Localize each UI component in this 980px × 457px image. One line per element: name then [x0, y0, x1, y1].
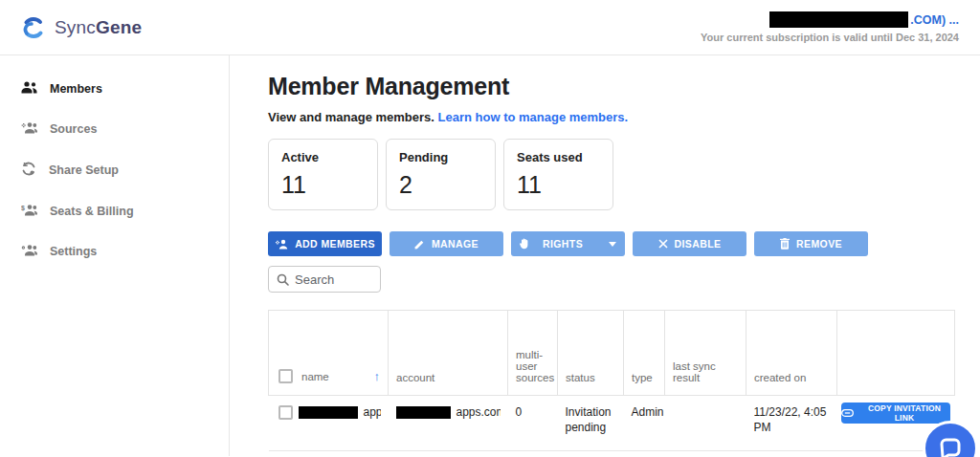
stat-value: 11 [281, 171, 365, 199]
x-icon [658, 239, 668, 249]
remove-button[interactable]: REMOVE [754, 231, 868, 256]
column-header-last-sync-result[interactable]: last sync result [665, 311, 746, 396]
created-on-value: 11/30/22, 3:10 PM [746, 451, 837, 457]
last-sync-value: Not synced [665, 451, 746, 457]
svg-text:$: $ [21, 205, 25, 212]
stat-card-active: Active 11 [268, 139, 378, 210]
stat-cards: Active 11 Pending 2 Seats used 11 [268, 139, 980, 210]
search-box [268, 266, 381, 293]
rights-dropdown-button[interactable]: RIGHTS [511, 231, 625, 256]
stat-value: 11 [517, 171, 600, 199]
stat-label: Active [281, 150, 365, 164]
table-header-row: name ↑ account multi-user sources status… [269, 311, 955, 396]
stat-label: Pending [399, 150, 482, 164]
row-checkbox[interactable] [278, 405, 293, 420]
brand-name: SyncGene [55, 17, 142, 38]
redacted-account [396, 406, 451, 419]
page-title: Member Management [268, 73, 980, 100]
disable-button[interactable]: DISABLE [633, 231, 746, 256]
last-sync-value [665, 396, 746, 451]
column-header-actions [837, 311, 955, 396]
settings-people-gear-icon [21, 244, 37, 259]
stat-value: 2 [399, 171, 482, 199]
select-all-checkbox[interactable] [278, 369, 293, 383]
created-on-value: 11/23/22, 4:05 PM [746, 396, 837, 451]
sidebar-item-label: Sources [50, 122, 97, 136]
account-email-suffix: .COM) ... [910, 13, 959, 27]
add-members-button[interactable]: ADD MEMBERS [268, 231, 382, 256]
table-row: apps.com apps.com 0 Invitation pending A… [269, 396, 955, 451]
sources-people-plus-icon [21, 121, 37, 137]
page-subtitle: View and manage members. [268, 110, 434, 124]
search-icon [277, 273, 289, 286]
syncgene-logo[interactable]: SyncGene [19, 13, 142, 42]
trash-icon [780, 238, 790, 250]
subscription-note: Your current subscription is valid until… [701, 32, 959, 43]
multi-user-sources-value: 0 [508, 396, 558, 451]
members-table: name ↑ account multi-user sources status… [268, 310, 955, 457]
copy-invitation-link-button[interactable]: COPY INVITATION LINK [841, 403, 950, 424]
sidebar-item-label: Members [50, 82, 102, 96]
top-header: SyncGene .COM) ... Your current subscrip… [0, 0, 980, 55]
type-value: Admin [624, 396, 665, 451]
seats-billing-people-icon: $ [21, 204, 37, 219]
stat-label: Seats used [517, 150, 600, 164]
sidebar-item-sources[interactable]: Sources [0, 109, 229, 149]
search-input[interactable] [295, 272, 372, 287]
chat-bubble-icon [938, 436, 963, 457]
sidebar-item-label: Seats & Billing [50, 205, 134, 218]
learn-how-link[interactable]: Learn how to manage members. [438, 110, 629, 124]
sort-ascending-icon[interactable]: ↑ [374, 369, 381, 383]
link-icon [841, 409, 854, 417]
person-add-icon [275, 239, 288, 250]
column-header-created-on[interactable]: created on [746, 311, 837, 396]
status-value: Invitation pending [558, 396, 624, 451]
sidebar-item-members[interactable]: Members [0, 69, 229, 109]
pencil-icon [414, 239, 425, 250]
members-people-icon [21, 81, 37, 97]
column-header-name[interactable]: name ↑ [269, 311, 389, 396]
status-value: Active [558, 451, 624, 457]
multi-user-sources-value: 0 [508, 451, 558, 457]
column-header-type[interactable]: type [624, 311, 665, 396]
stat-card-seats-used: Seats used 11 [503, 139, 613, 210]
sidebar-item-seats-billing[interactable]: $ Seats & Billing [0, 191, 229, 231]
hand-icon [520, 238, 530, 250]
type-value: Admin [624, 451, 665, 457]
sidebar: Members Sources Share Setup [0, 55, 230, 456]
column-header-account[interactable]: account [389, 311, 508, 396]
redacted-name [299, 406, 358, 419]
manage-button[interactable]: MANAGE [390, 231, 503, 256]
member-name: apps.com [364, 405, 381, 421]
chevron-down-icon [609, 242, 616, 247]
sidebar-item-settings[interactable]: Settings [0, 231, 229, 272]
column-header-multi-user-sources[interactable]: multi-user sources [508, 311, 558, 396]
sidebar-item-label: Share Setup [49, 163, 119, 177]
syncgene-swirl-icon [19, 13, 48, 42]
share-sync-gear-icon [21, 162, 36, 179]
redacted-account-email [769, 11, 908, 28]
account-menu[interactable]: .COM) ... [701, 11, 959, 28]
stat-card-pending: Pending 2 [386, 139, 496, 210]
table-row: pscst.on... appscst.onmi... 0 Active Adm… [269, 451, 955, 457]
sidebar-item-share-setup[interactable]: Share Setup [0, 149, 229, 191]
column-header-status[interactable]: status [558, 311, 624, 396]
member-account: apps.com [457, 405, 501, 421]
sidebar-item-label: Settings [50, 245, 97, 258]
